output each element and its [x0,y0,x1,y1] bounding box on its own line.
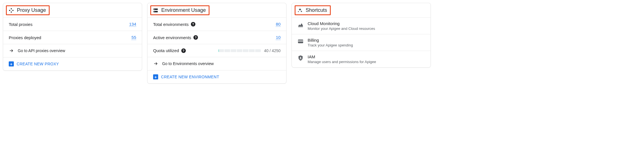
environment-usage-card: Environment Usage Total environments ? 8… [147,3,286,84]
shortcut-title: Cloud Monitoring [308,21,375,26]
env-title: Environment Usage [161,7,206,13]
total-environments-row: Total environments ? 80 [147,17,286,31]
svg-point-3 [154,11,155,12]
sparkle-icon [297,8,303,13]
total-proxies-label: Total proxies [9,22,32,27]
proxies-deployed-value[interactable]: 55 [131,35,136,40]
shortcuts-title: Shortcuts [306,7,327,13]
proxy-icon [8,8,14,13]
environments-overview-link[interactable]: Go to Environments overview [147,57,286,70]
shortcuts-card-header: Shortcuts [292,3,431,17]
svg-rect-6 [298,41,303,41]
create-env-label: CREATE NEW ENVIRONMENT [161,75,219,79]
active-environments-row: Active environments ? 10 [147,31,286,44]
proxies-deployed-label: Proxies deployed [9,35,41,40]
shortcut-desc: Monitor your Apigee and Cloud resources [308,26,375,31]
proxy-usage-card: Proxy Usage Total proxies 134 Proxies de… [3,3,142,71]
shortcut-desc: Track your Apigee spending [308,43,353,47]
env-overview-label: Go to Environments overview [162,61,214,66]
billing-icon [297,38,304,44]
proxy-card-header: Proxy Usage [3,3,142,17]
active-env-value[interactable]: 10 [276,35,281,40]
shortcut-cloud-monitoring[interactable]: Cloud Monitoring Monitor your Apigee and… [292,17,431,34]
arrow-right-icon [9,48,14,53]
quota-utilized-row: Quota utilized ? 40 / 4250 [147,44,286,57]
svg-rect-4 [298,26,303,27]
plus-icon: + [153,74,158,79]
plus-icon: + [9,61,14,66]
shortcut-desc: Manage users and permissions for Apigee [308,60,376,64]
help-icon[interactable]: ? [181,48,186,53]
arrow-right-icon [153,61,158,66]
total-env-label: Total environments [153,22,189,27]
quota-label: Quota utilized [153,48,179,53]
svg-rect-1 [154,11,158,12]
svg-point-2 [154,9,155,9]
total-proxies-value[interactable]: 134 [129,22,136,27]
environment-icon [153,8,158,13]
shortcut-iam[interactable]: IAM Manage users and permissions for Api… [292,51,431,67]
total-proxies-row: Total proxies 134 [3,17,142,31]
env-card-header: Environment Usage [147,3,286,17]
shortcut-billing[interactable]: Billing Track your Apigee spending [292,34,431,51]
proxies-deployed-row: Proxies deployed 55 [3,31,142,44]
quota-progress-bar [219,49,261,52]
shortcuts-card: Shortcuts Cloud Monitoring Monitor your … [292,3,431,68]
total-env-value[interactable]: 80 [276,22,281,27]
create-proxy-label: CREATE NEW PROXY [17,62,59,66]
help-icon[interactable]: ? [193,35,198,40]
help-icon[interactable]: ? [191,22,195,26]
monitoring-icon [297,22,304,28]
iam-icon [297,55,304,61]
svg-point-7 [300,57,301,58]
quota-text: 40 / 4250 [264,48,281,53]
create-new-proxy-button[interactable]: + CREATE NEW PROXY [3,57,142,70]
active-env-label: Active environments [153,35,191,40]
svg-rect-0 [154,8,158,10]
proxy-title: Proxy Usage [17,7,46,13]
shortcut-title: Billing [308,38,353,43]
proxies-overview-link[interactable]: Go to API proxies overview [3,44,142,57]
create-new-environment-button[interactable]: + CREATE NEW ENVIRONMENT [147,70,286,83]
proxies-overview-label: Go to API proxies overview [18,48,65,53]
shortcut-title: IAM [308,54,376,59]
